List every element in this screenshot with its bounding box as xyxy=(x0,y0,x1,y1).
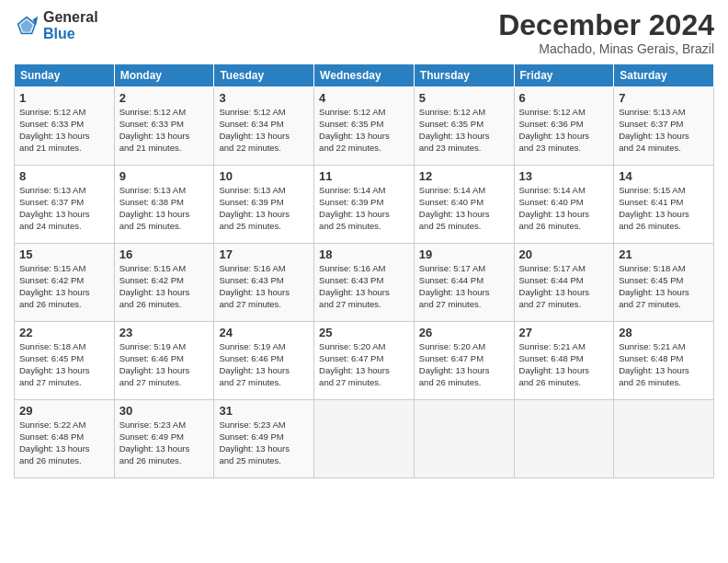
day-cell-5-1: 29Sunrise: 5:22 AMSunset: 6:48 PMDayligh… xyxy=(15,400,115,478)
day-cell-5-7 xyxy=(614,400,714,478)
day-info: Sunrise: 5:12 AMSunset: 6:33 PMDaylight:… xyxy=(19,107,109,154)
day-cell-2-1: 8Sunrise: 5:13 AMSunset: 6:37 PMDaylight… xyxy=(15,166,115,244)
day-cell-3-3: 17Sunrise: 5:16 AMSunset: 6:43 PMDayligh… xyxy=(214,244,314,322)
day-number: 16 xyxy=(119,247,210,261)
day-number: 7 xyxy=(619,91,709,105)
day-cell-3-4: 18Sunrise: 5:16 AMSunset: 6:43 PMDayligh… xyxy=(314,244,415,322)
day-info: Sunrise: 5:18 AMSunset: 6:45 PMDaylight:… xyxy=(19,341,109,388)
day-number: 6 xyxy=(519,91,609,105)
day-info: Sunrise: 5:23 AMSunset: 6:49 PMDaylight:… xyxy=(119,419,210,466)
week-row-5: 29Sunrise: 5:22 AMSunset: 6:48 PMDayligh… xyxy=(15,400,714,478)
day-number: 8 xyxy=(19,169,109,183)
day-cell-4-4: 25Sunrise: 5:20 AMSunset: 6:47 PMDayligh… xyxy=(314,322,415,400)
day-cell-3-6: 20Sunrise: 5:17 AMSunset: 6:44 PMDayligh… xyxy=(514,244,614,322)
day-number: 3 xyxy=(219,91,309,105)
day-number: 18 xyxy=(319,247,409,261)
day-info: Sunrise: 5:22 AMSunset: 6:48 PMDaylight:… xyxy=(19,419,109,466)
day-number: 24 xyxy=(219,326,309,339)
day-cell-1-6: 6Sunrise: 5:12 AMSunset: 6:36 PMDaylight… xyxy=(514,87,614,166)
day-cell-2-3: 10Sunrise: 5:13 AMSunset: 6:39 PMDayligh… xyxy=(214,166,314,244)
day-info: Sunrise: 5:15 AMSunset: 6:41 PMDaylight:… xyxy=(619,185,709,232)
day-number: 10 xyxy=(219,169,309,183)
day-number: 12 xyxy=(419,169,509,183)
day-number: 2 xyxy=(119,91,210,105)
day-info: Sunrise: 5:12 AMSunset: 6:33 PMDaylight:… xyxy=(119,107,210,154)
week-row-3: 15Sunrise: 5:15 AMSunset: 6:42 PMDayligh… xyxy=(15,244,714,322)
day-cell-4-5: 26Sunrise: 5:20 AMSunset: 6:47 PMDayligh… xyxy=(414,322,514,400)
day-cell-5-2: 30Sunrise: 5:23 AMSunset: 6:49 PMDayligh… xyxy=(114,400,214,478)
day-info: Sunrise: 5:15 AMSunset: 6:42 PMDaylight:… xyxy=(119,263,210,310)
day-cell-4-1: 22Sunrise: 5:18 AMSunset: 6:45 PMDayligh… xyxy=(15,322,115,400)
day-cell-4-3: 24Sunrise: 5:19 AMSunset: 6:46 PMDayligh… xyxy=(214,322,314,400)
day-info: Sunrise: 5:14 AMSunset: 6:40 PMDaylight:… xyxy=(519,185,609,232)
day-info: Sunrise: 5:19 AMSunset: 6:46 PMDaylight:… xyxy=(219,341,309,388)
week-row-1: 1Sunrise: 5:12 AMSunset: 6:33 PMDaylight… xyxy=(15,87,714,166)
day-info: Sunrise: 5:21 AMSunset: 6:48 PMDaylight:… xyxy=(619,341,709,388)
day-number: 4 xyxy=(319,91,409,105)
day-info: Sunrise: 5:13 AMSunset: 6:38 PMDaylight:… xyxy=(119,185,210,232)
day-number: 1 xyxy=(19,91,109,105)
day-number: 19 xyxy=(419,247,509,261)
day-info: Sunrise: 5:13 AMSunset: 6:37 PMDaylight:… xyxy=(619,107,709,154)
col-monday: Monday xyxy=(114,64,214,87)
week-row-2: 8Sunrise: 5:13 AMSunset: 6:37 PMDaylight… xyxy=(15,166,714,244)
day-info: Sunrise: 5:13 AMSunset: 6:39 PMDaylight:… xyxy=(219,185,309,232)
day-cell-2-2: 9Sunrise: 5:13 AMSunset: 6:38 PMDaylight… xyxy=(114,166,214,244)
day-number: 13 xyxy=(519,169,609,183)
day-cell-1-3: 3Sunrise: 5:12 AMSunset: 6:34 PMDaylight… xyxy=(214,87,314,166)
day-cell-1-2: 2Sunrise: 5:12 AMSunset: 6:33 PMDaylight… xyxy=(114,87,214,166)
day-info: Sunrise: 5:17 AMSunset: 6:44 PMDaylight:… xyxy=(419,263,509,310)
day-info: Sunrise: 5:12 AMSunset: 6:35 PMDaylight:… xyxy=(319,107,409,154)
day-number: 9 xyxy=(119,169,210,183)
day-number: 26 xyxy=(419,326,509,339)
day-cell-4-2: 23Sunrise: 5:19 AMSunset: 6:46 PMDayligh… xyxy=(114,322,214,400)
col-sunday: Sunday xyxy=(15,64,115,87)
header: General Blue December 2024 Machado, Mina… xyxy=(14,9,714,56)
day-info: Sunrise: 5:20 AMSunset: 6:47 PMDaylight:… xyxy=(319,341,409,388)
day-info: Sunrise: 5:15 AMSunset: 6:42 PMDaylight:… xyxy=(19,263,109,310)
day-cell-3-5: 19Sunrise: 5:17 AMSunset: 6:44 PMDayligh… xyxy=(414,244,514,322)
logo-general: General xyxy=(43,9,98,26)
day-info: Sunrise: 5:12 AMSunset: 6:35 PMDaylight:… xyxy=(419,107,509,154)
col-tuesday: Tuesday xyxy=(214,64,314,87)
day-info: Sunrise: 5:13 AMSunset: 6:37 PMDaylight:… xyxy=(19,185,109,232)
day-cell-3-7: 21Sunrise: 5:18 AMSunset: 6:45 PMDayligh… xyxy=(614,244,714,322)
logo-icon xyxy=(14,13,40,39)
day-info: Sunrise: 5:16 AMSunset: 6:43 PMDaylight:… xyxy=(319,263,409,310)
day-info: Sunrise: 5:17 AMSunset: 6:44 PMDaylight:… xyxy=(519,263,609,310)
logo-text: General Blue xyxy=(43,9,98,41)
day-cell-1-7: 7Sunrise: 5:13 AMSunset: 6:37 PMDaylight… xyxy=(614,87,714,166)
day-number: 22 xyxy=(19,326,109,339)
week-row-4: 22Sunrise: 5:18 AMSunset: 6:45 PMDayligh… xyxy=(15,322,714,400)
day-cell-2-7: 14Sunrise: 5:15 AMSunset: 6:41 PMDayligh… xyxy=(614,166,714,244)
day-number: 20 xyxy=(519,247,609,261)
day-number: 27 xyxy=(519,326,609,339)
day-number: 15 xyxy=(19,247,109,261)
title-block: December 2024 Machado, Minas Gerais, Bra… xyxy=(498,9,714,56)
day-cell-2-5: 12Sunrise: 5:14 AMSunset: 6:40 PMDayligh… xyxy=(414,166,514,244)
location: Machado, Minas Gerais, Brazil xyxy=(498,41,714,56)
day-number: 31 xyxy=(219,404,309,418)
day-cell-1-5: 5Sunrise: 5:12 AMSunset: 6:35 PMDaylight… xyxy=(414,87,514,166)
day-cell-4-7: 28Sunrise: 5:21 AMSunset: 6:48 PMDayligh… xyxy=(614,322,714,400)
day-cell-1-1: 1Sunrise: 5:12 AMSunset: 6:33 PMDaylight… xyxy=(15,87,115,166)
day-info: Sunrise: 5:20 AMSunset: 6:47 PMDaylight:… xyxy=(419,341,509,388)
day-info: Sunrise: 5:14 AMSunset: 6:40 PMDaylight:… xyxy=(419,185,509,232)
col-thursday: Thursday xyxy=(414,64,514,87)
day-info: Sunrise: 5:18 AMSunset: 6:45 PMDaylight:… xyxy=(619,263,709,310)
logo: General Blue xyxy=(14,9,98,41)
day-number: 28 xyxy=(619,326,709,339)
day-number: 17 xyxy=(219,247,309,261)
day-cell-1-4: 4Sunrise: 5:12 AMSunset: 6:35 PMDaylight… xyxy=(314,87,415,166)
day-cell-5-4 xyxy=(314,400,415,478)
day-cell-2-4: 11Sunrise: 5:14 AMSunset: 6:39 PMDayligh… xyxy=(314,166,415,244)
day-cell-3-1: 15Sunrise: 5:15 AMSunset: 6:42 PMDayligh… xyxy=(15,244,115,322)
col-friday: Friday xyxy=(514,64,614,87)
day-info: Sunrise: 5:16 AMSunset: 6:43 PMDaylight:… xyxy=(219,263,309,310)
day-number: 11 xyxy=(319,169,409,183)
calendar-container: General Blue December 2024 Machado, Mina… xyxy=(0,0,728,563)
header-row: Sunday Monday Tuesday Wednesday Thursday… xyxy=(15,64,714,87)
day-info: Sunrise: 5:12 AMSunset: 6:36 PMDaylight:… xyxy=(519,107,609,154)
day-cell-4-6: 27Sunrise: 5:21 AMSunset: 6:48 PMDayligh… xyxy=(514,322,614,400)
day-info: Sunrise: 5:23 AMSunset: 6:49 PMDaylight:… xyxy=(219,419,309,466)
